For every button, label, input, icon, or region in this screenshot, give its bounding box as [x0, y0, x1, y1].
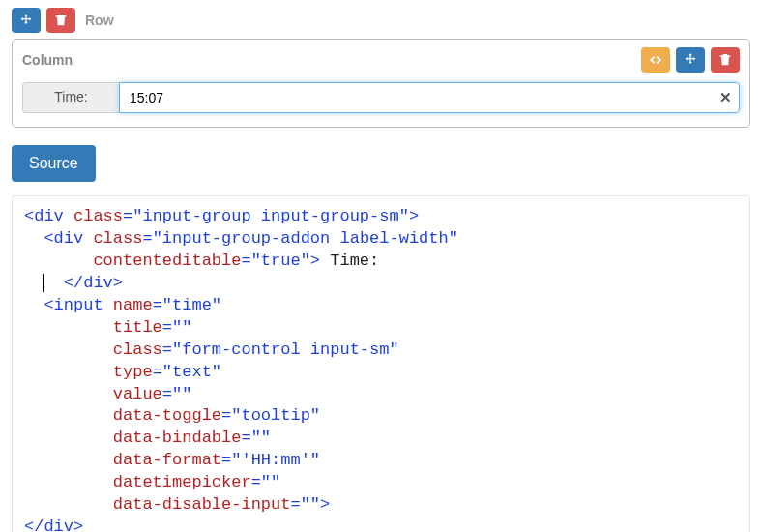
- move-column-button[interactable]: [676, 47, 705, 73]
- trash-icon: [53, 13, 69, 28]
- column-panel: Column Time: ✕: [12, 39, 750, 128]
- move-icon: [683, 52, 698, 68]
- time-input[interactable]: [119, 82, 740, 113]
- source-code: <div class="input-group input-group-sm">…: [12, 195, 750, 532]
- code-icon: [648, 52, 663, 68]
- column-header: Column: [22, 47, 740, 73]
- delete-column-button[interactable]: [711, 47, 740, 73]
- edit-html-button[interactable]: [641, 47, 670, 73]
- trash-icon: [718, 52, 733, 68]
- move-row-button[interactable]: [12, 8, 41, 33]
- code-text: <div: [24, 207, 73, 225]
- move-icon: [18, 13, 34, 28]
- time-input-group: Time: ✕: [22, 82, 740, 113]
- clear-icon[interactable]: ✕: [719, 89, 732, 106]
- column-actions: [641, 47, 740, 73]
- source-button[interactable]: Source: [12, 145, 96, 182]
- row-label: Row: [85, 13, 114, 28]
- time-label[interactable]: Time:: [22, 82, 119, 113]
- delete-row-button[interactable]: [46, 8, 75, 33]
- time-field-wrap: ✕: [119, 82, 740, 113]
- column-label: Column: [22, 52, 73, 68]
- row-toolbar: Row: [12, 8, 750, 33]
